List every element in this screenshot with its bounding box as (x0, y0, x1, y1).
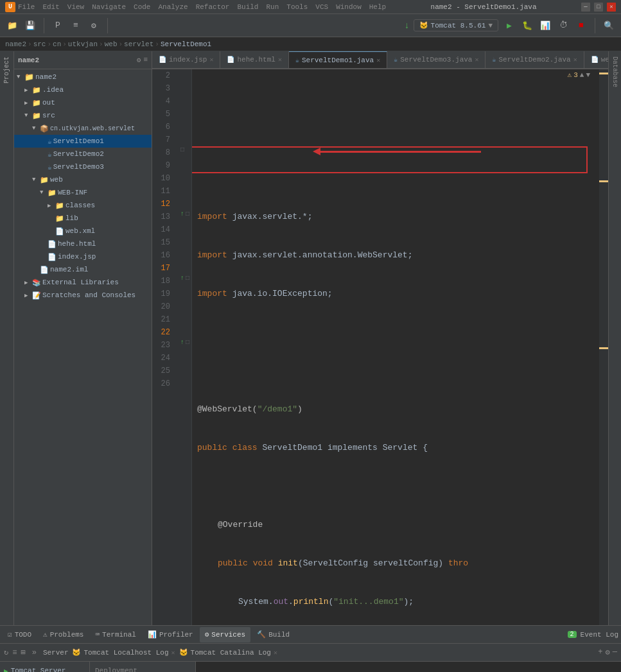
close-button[interactable]: ✕ (607, 3, 616, 12)
tree-item-src[interactable]: ▼ 📁 src (14, 109, 152, 122)
menu-code[interactable]: Code (134, 3, 150, 11)
profile-button[interactable]: ⏱ (556, 19, 570, 33)
breadcrumb-servlet[interactable]: servlet (124, 40, 153, 48)
gutter-fold-22[interactable]: □ (186, 339, 189, 346)
services-settings-btn[interactable]: ⚙ (606, 648, 610, 657)
tab-index-jsp[interactable]: 📄 index.jsp ✕ (152, 51, 220, 68)
gutter-fold-8[interactable]: □ (180, 146, 184, 153)
menu-refactor[interactable]: Refactor (196, 3, 230, 11)
tab-servletdemo2[interactable]: ☕ ServeltDemo2.java ✕ (485, 51, 584, 68)
tree-arrow: ▼ (32, 125, 39, 132)
tree-item-name2[interactable]: ▼ 📁 name2 (14, 71, 152, 83)
tab-webxml[interactable]: 📄 web.xml ✕ (584, 51, 608, 68)
tree-item-idea[interactable]: ▶ 📁 .idea (14, 83, 152, 96)
menu-build[interactable]: Build (237, 3, 258, 11)
services-reload-btn[interactable]: ↻ (4, 648, 8, 657)
menu-tools[interactable]: Tools (286, 3, 308, 11)
toolbar-save-btn[interactable]: 💾 (23, 19, 37, 33)
services-expand-btn[interactable]: » (32, 648, 37, 657)
run-button[interactable]: ▶ (502, 19, 516, 33)
tree-item-web[interactable]: ▼ 📁 web (14, 173, 152, 186)
menu-edit[interactable]: Edit (42, 3, 59, 11)
services-filter-btn[interactable]: ⊞ (21, 648, 25, 657)
tree-item-servlet3[interactable]: ☕ ServeltDemo3 (14, 160, 152, 173)
tree-item-package[interactable]: ▼ 📦 cn.utkvjan.web.servlet (14, 122, 152, 135)
coverage-button[interactable]: 📊 (538, 19, 552, 33)
breadcrumb-src[interactable]: src (33, 40, 46, 48)
catalina-close[interactable]: ✕ (274, 649, 277, 657)
minimize-button[interactable]: ─ (581, 3, 590, 12)
localhost-log-close[interactable]: ✕ (171, 649, 175, 657)
tree-item-webinf[interactable]: ▼ 📁 WEB-INF (14, 186, 152, 199)
tab-servletdemo1[interactable]: ☕ ServeltDemo1.java ✕ (289, 51, 387, 68)
tool-tab-problems[interactable]: ⚠ Problems (38, 627, 89, 642)
tab-close-btn[interactable]: ✕ (278, 56, 282, 64)
breadcrumb-web[interactable]: web (105, 40, 118, 48)
tool-tab-build[interactable]: 🔨 Build (252, 627, 295, 642)
toolbar-structure-btn[interactable]: ≡ (69, 19, 83, 33)
code-editor[interactable]: ⚠ 3 ▲ ▼ 2 3 4 5 6 7 8 9 10 11 12 13 14 1… (152, 69, 608, 625)
tree-item-out[interactable]: ▶ 📁 out (14, 96, 152, 109)
project-panel-toggle[interactable]: Project (3, 54, 10, 86)
tree-item-lib[interactable]: 📁 lib (14, 212, 152, 225)
menu-navigate[interactable]: Navigate (92, 3, 126, 11)
menu-view[interactable]: View (67, 3, 84, 11)
tab-hehe-html[interactable]: 📄 hehe.html ✕ (220, 51, 288, 68)
gutter-marker-22: ↑ (180, 339, 184, 346)
menu-window[interactable]: Window (336, 3, 362, 11)
services-add-btn[interactable]: + (598, 648, 602, 657)
toolbar-project-btn[interactable]: P (51, 19, 65, 33)
search-everywhere-btn[interactable]: 🔍 (602, 19, 616, 33)
tab-servletdemo3[interactable]: ☕ ServeltDemo3.java ✕ (387, 51, 485, 68)
breadcrumb-utkvjan[interactable]: utkvjan (68, 40, 98, 48)
gutter-fold-17[interactable]: □ (186, 275, 189, 282)
build-icon: 🔨 (257, 630, 266, 639)
service-tomcat-server[interactable]: ▶ Tomcat Server (0, 664, 89, 672)
tree-item-hehe[interactable]: 📄 hehe.html (14, 237, 152, 250)
project-header-btn1[interactable]: ⚙ (137, 56, 141, 64)
toolbar-settings-btn[interactable]: ⚙ (87, 19, 101, 33)
tree-item-index[interactable]: 📄 index.jsp (14, 250, 152, 263)
tool-tab-terminal[interactable]: ⌨ Terminal (90, 627, 141, 642)
menu-vcs[interactable]: VCS (315, 3, 328, 11)
project-header-btn2[interactable]: ≡ (143, 56, 148, 64)
breadcrumb-cn[interactable]: cn (53, 40, 61, 48)
tree-item-servlet2[interactable]: ☕ ServeltDemo2 (14, 148, 152, 160)
event-log-link[interactable]: Event Log (581, 631, 618, 639)
breadcrumb-project[interactable]: name2 (5, 40, 26, 48)
debug-button[interactable]: 🐛 (520, 19, 534, 33)
menu-analyze[interactable]: Analyze (158, 3, 188, 11)
menu-help[interactable]: Help (369, 3, 386, 11)
menu-file[interactable]: File (18, 3, 35, 11)
vcs-update-btn[interactable]: ↓ (404, 21, 409, 31)
tool-tab-profiler[interactable]: 📊 Profiler (143, 627, 198, 642)
tree-item-servlet1[interactable]: ☕ ServeltDemo1 (14, 135, 152, 148)
breadcrumb-current[interactable]: ServeltDemo1 (161, 40, 211, 48)
tool-tab-services[interactable]: ⚙ Services (200, 627, 250, 642)
right-scroll-gutter[interactable] (599, 69, 608, 625)
run-config-selector[interactable]: 🐱 Tomcat 8.5.61 ▼ (414, 19, 498, 31)
maximize-button[interactable]: □ (594, 3, 603, 12)
tree-item-scratches[interactable]: ▶ 📝 Scratches and Consoles (14, 289, 152, 302)
tree-item-classes[interactable]: ▶ 📁 classes (14, 199, 152, 212)
tab-close-btn[interactable]: ✕ (573, 56, 577, 64)
tree-item-iml[interactable]: 📄 name2.iml (14, 263, 152, 276)
server-tab[interactable]: Server (43, 649, 69, 657)
tab-close-btn[interactable]: ✕ (376, 56, 380, 64)
tree-item-webxml[interactable]: 📄 web.xml (14, 225, 152, 237)
catalina-log-tab[interactable]: 🐱 Tomcat Catalina Log ✕ (179, 648, 277, 657)
tree-item-extlibs[interactable]: ▶ 📚 External Libraries (14, 276, 152, 289)
localhost-log-tab[interactable]: 🐱 Tomcat Localhost Log ✕ (72, 648, 175, 657)
tab-close-btn[interactable]: ✕ (475, 56, 478, 64)
tab-close-btn[interactable]: ✕ (209, 56, 213, 64)
services-layout-btn[interactable]: ≡ (12, 648, 17, 657)
tool-tab-todo[interactable]: ☑ TODO (3, 627, 37, 642)
breadcrumb-sep5: › (155, 40, 159, 48)
database-panel-toggle[interactable]: Database (611, 54, 618, 90)
menu-run[interactable]: Run (266, 3, 279, 11)
toolbar-open-btn[interactable]: 📁 (5, 19, 19, 33)
code-content[interactable]: import javax.servlet.*; import javax.ser… (192, 69, 599, 625)
stop-button[interactable]: ■ (574, 19, 588, 33)
services-minimize-btn[interactable]: ─ (613, 648, 617, 657)
gutter-fold-12[interactable]: □ (186, 211, 189, 218)
